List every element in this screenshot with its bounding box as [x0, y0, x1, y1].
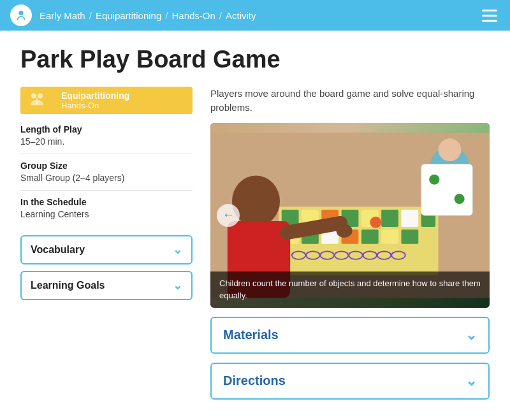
learning-goals-chevron: ⌄: [173, 279, 182, 293]
category-icon: [20, 87, 54, 114]
meta-value-schedule: Learning Centers: [20, 209, 89, 219]
category-label-bottom: Hands-On: [61, 101, 185, 110]
breadcrumb-handson[interactable]: Hands-On: [171, 10, 215, 21]
svg-point-39: [337, 224, 353, 237]
header: Early Math / Equipartitioning / Hands-On…: [0, 0, 510, 31]
directions-chevron: ⌄: [465, 373, 477, 389]
svg-point-33: [429, 174, 439, 184]
breadcrumb-sep3: /: [219, 10, 222, 21]
materials-label: Materials: [223, 328, 279, 342]
svg-point-2: [38, 93, 43, 98]
breadcrumb-equipartitioning[interactable]: Equipartitioning: [96, 10, 161, 21]
svg-point-7: [439, 138, 462, 161]
breadcrumb-activity: Activity: [226, 10, 256, 21]
meta-groupsize: Group Size Small Group (2–4 players): [20, 161, 193, 191]
svg-rect-22: [381, 229, 398, 243]
svg-point-36: [232, 175, 280, 226]
vocabulary-chevron: ⌄: [173, 243, 182, 257]
meta-value-length: 15–20 min.: [20, 136, 64, 147]
vocabulary-label: Vocabulary: [31, 244, 85, 256]
prev-arrow[interactable]: ←: [217, 204, 240, 227]
vocabulary-accordion[interactable]: Vocabulary ⌄: [20, 235, 193, 264]
meta-label-groupsize: Group Size: [20, 161, 193, 171]
svg-point-0: [18, 11, 23, 15]
materials-chevron: ⌄: [465, 327, 477, 344]
breadcrumb-sep2: /: [165, 10, 168, 21]
meta-value-groupsize: Small Group (2–4 players): [20, 173, 124, 183]
header-left: Early Math / Equipartitioning / Hands-On…: [10, 4, 256, 26]
breadcrumb-earlymath[interactable]: Early Math: [40, 10, 85, 21]
svg-rect-14: [381, 210, 398, 227]
category-tag: Equipartitioning Hands-On: [20, 87, 193, 114]
page-title: Park Play Board Game: [20, 46, 490, 74]
directions-accordion[interactable]: Directions ⌄: [210, 363, 490, 400]
directions-label: Directions: [223, 373, 286, 388]
category-labels: Equipartitioning Hands-On: [54, 87, 193, 114]
category-label-top: Equipartitioning: [61, 91, 185, 101]
meta-label-length: Length of Play: [20, 124, 193, 134]
svg-rect-21: [361, 229, 379, 243]
image-container: ← Children count the number of objects a…: [210, 123, 490, 308]
meta-group: Length of Play 15–20 min. Group Size Sma…: [20, 124, 193, 226]
svg-rect-32: [421, 164, 472, 215]
main-content: Park Play Board Game Equipartitioning: [0, 31, 510, 420]
hamburger-icon[interactable]: [479, 7, 500, 24]
materials-accordion[interactable]: Materials ⌄: [210, 317, 490, 354]
logo[interactable]: [10, 4, 32, 26]
image-caption: Children count the number of objects and…: [210, 272, 490, 307]
meta-label-schedule: In the Schedule: [20, 197, 193, 207]
right-content: Players move around the board game and s…: [210, 87, 490, 400]
meta-length: Length of Play 15–20 min.: [20, 124, 193, 154]
svg-point-35: [370, 216, 381, 228]
content-layout: Equipartitioning Hands-On Length of Play…: [20, 87, 490, 400]
breadcrumb-sep1: /: [89, 10, 92, 21]
breadcrumb: Early Math / Equipartitioning / Hands-On…: [40, 10, 256, 21]
sidebar: Equipartitioning Hands-On Length of Play…: [20, 87, 193, 307]
learning-goals-label: Learning Goals: [31, 280, 105, 291]
description-text: Players move around the board game and s…: [210, 87, 490, 115]
learning-goals-accordion[interactable]: Learning Goals ⌄: [20, 271, 193, 300]
svg-rect-15: [401, 210, 418, 227]
svg-point-1: [31, 93, 36, 98]
svg-rect-23: [401, 229, 418, 243]
caption-text: Children count the number of objects and…: [219, 279, 481, 300]
svg-point-34: [455, 194, 465, 204]
meta-schedule: In the Schedule Learning Centers: [20, 197, 193, 226]
